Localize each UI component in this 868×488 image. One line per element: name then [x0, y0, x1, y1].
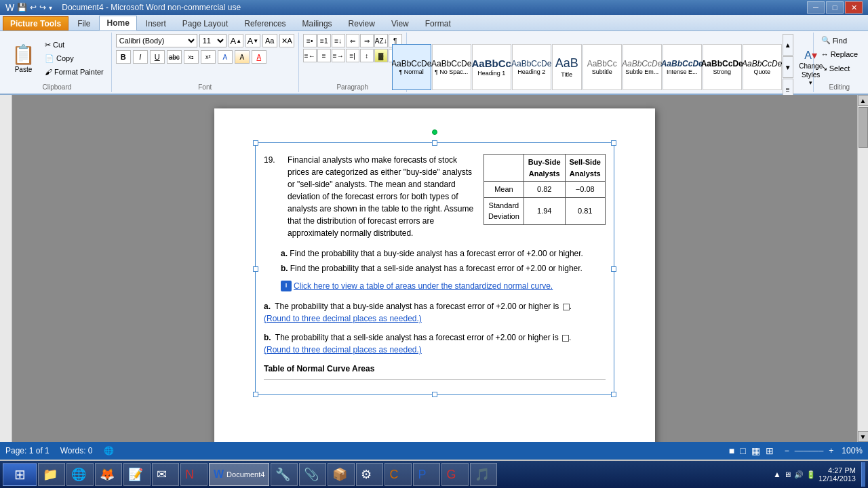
style-normal[interactable]: AaBbCcDe ¶ Normal	[392, 44, 431, 90]
decrease-indent-button[interactable]: ⇐	[346, 34, 359, 47]
line-spacing-button[interactable]: ↕	[360, 49, 374, 62]
taskbar-app5[interactable]: C	[384, 463, 412, 486]
view-web-icon[interactable]: ▦	[751, 445, 760, 456]
taskbar-mail[interactable]: ✉	[152, 463, 179, 486]
clock[interactable]: 4:27 PM 12/14/2013	[818, 466, 856, 483]
taskbar-app3[interactable]: 📦	[328, 463, 355, 486]
view-fullscreen-icon[interactable]: □	[740, 445, 745, 456]
italic-button[interactable]: I	[133, 50, 148, 64]
style-quote[interactable]: AaBbCcDe Quote	[743, 44, 782, 90]
taskbar-ie[interactable]: 🌐	[66, 463, 94, 486]
handle-tr[interactable]	[611, 140, 616, 146]
close-button[interactable]: ✕	[845, 1, 863, 14]
scroll-track[interactable]	[858, 106, 868, 431]
taskbar-explorer[interactable]: 📁	[38, 463, 65, 486]
document-scroll[interactable]: 19. Buy-SideAnalysts Sell-SideAnalysts	[12, 95, 857, 442]
select-button[interactable]: ↘ Select	[818, 62, 861, 75]
handle-bl[interactable]	[253, 392, 258, 397]
font-size-select[interactable]: 11	[199, 34, 226, 47]
taskbar-notepad[interactable]: 📝	[123, 463, 151, 486]
align-right-button[interactable]: ≡→	[332, 49, 345, 62]
align-left-button[interactable]: ≡←	[303, 49, 317, 62]
bold-button[interactable]: B	[116, 50, 131, 64]
view-outline-icon[interactable]: ⊞	[766, 445, 774, 456]
sort-button[interactable]: AZ↓	[374, 34, 388, 47]
copy-button[interactable]: 📄 Copy	[41, 52, 107, 65]
quick-undo[interactable]: ↩	[30, 3, 37, 12]
quick-save[interactable]: 💾	[17, 3, 27, 12]
underline-button[interactable]: U	[150, 50, 165, 64]
tab-view[interactable]: View	[384, 16, 416, 30]
subscript-button[interactable]: x₂	[184, 50, 199, 64]
multilevel-button[interactable]: ≡↓	[332, 34, 345, 47]
taskbar-app7[interactable]: G	[441, 463, 469, 486]
bullets-button[interactable]: ≡•	[303, 34, 317, 47]
show-desktop-button[interactable]	[861, 462, 865, 487]
taskbar-app6[interactable]: P	[413, 463, 440, 486]
font-color-button[interactable]: A	[252, 50, 267, 64]
strikethrough-button[interactable]: abc	[167, 50, 182, 64]
sys-tray-icon1[interactable]: ▲	[773, 470, 781, 479]
tab-insert[interactable]: Insert	[138, 16, 174, 30]
tab-home[interactable]: Home	[99, 16, 136, 30]
replace-button[interactable]: ↔ Replace	[818, 48, 861, 60]
rotate-handle[interactable]	[432, 129, 437, 135]
quick-redo[interactable]: ↪	[39, 3, 46, 12]
format-painter-button[interactable]: 🖌 Format Painter	[41, 66, 107, 78]
tab-picture-tools[interactable]: Picture Tools	[3, 16, 68, 30]
text-effects-button[interactable]: A	[218, 50, 233, 64]
taskbar-app1[interactable]: 🔧	[271, 463, 298, 486]
decrease-font-button[interactable]: A▼	[245, 34, 260, 47]
highlight-button[interactable]: A	[235, 50, 250, 64]
align-center-button[interactable]: ≡	[317, 49, 331, 62]
taskbar-app2[interactable]: 📎	[299, 463, 326, 486]
zoom-out-button[interactable]: −	[785, 446, 789, 455]
normal-curve-link[interactable]: Click here to view a table of areas unde…	[294, 280, 553, 292]
zoom-slider[interactable]: ──────	[795, 447, 824, 455]
style-title[interactable]: AaB Title	[552, 44, 582, 90]
styles-scroll-down[interactable]: ▼	[783, 56, 793, 78]
numbering-button[interactable]: ≡1	[317, 34, 331, 47]
tab-file[interactable]: File	[70, 16, 98, 30]
change-case-button[interactable]: Aa	[262, 34, 277, 47]
taskbar-word[interactable]: W Document4	[209, 463, 269, 486]
taskbar-app4[interactable]: ⚙	[356, 463, 383, 486]
tab-mailings[interactable]: Mailings	[295, 16, 340, 30]
tab-references[interactable]: References	[237, 16, 293, 30]
minimize-button[interactable]: ─	[807, 1, 825, 14]
zoom-in-button[interactable]: +	[829, 446, 833, 455]
handle-ml[interactable]	[253, 266, 258, 272]
scroll-thumb[interactable]	[859, 107, 868, 148]
taskbar-firefox[interactable]: 🦊	[95, 463, 122, 486]
handle-br[interactable]	[611, 392, 616, 397]
taskbar-onenote[interactable]: N	[180, 463, 208, 486]
style-heading2[interactable]: AaBbCcDe Heading 2	[512, 44, 551, 90]
increase-indent-button[interactable]: ⇒	[360, 34, 374, 47]
styles-scroll-up[interactable]: ▲	[783, 34, 793, 56]
taskbar-app8[interactable]: 🎵	[470, 463, 497, 486]
font-name-select[interactable]: Calibri (Body)	[116, 34, 197, 47]
handle-mr[interactable]	[611, 266, 616, 272]
style-subtitle[interactable]: AaBbCc Subtitle	[583, 44, 622, 90]
start-button[interactable]: ⊞	[3, 463, 37, 486]
increase-font-button[interactable]: A▲	[229, 34, 243, 47]
answer-b-checkbox[interactable]	[562, 335, 569, 342]
style-no-spacing[interactable]: AaBbCcDe ¶ No Spac...	[432, 44, 471, 90]
tab-format[interactable]: Format	[418, 16, 458, 30]
handle-tl[interactable]	[253, 140, 258, 146]
shading-button[interactable]: ▓	[374, 49, 388, 62]
style-intense-e[interactable]: AaBbCcDe Intense E...	[663, 44, 702, 90]
maximize-button[interactable]: □	[826, 1, 844, 14]
quick-dropdown[interactable]: ▾	[49, 4, 52, 12]
cut-button[interactable]: ✂ Cut	[41, 39, 107, 52]
style-heading1[interactable]: AaBbCc Heading 1	[472, 44, 511, 90]
style-subtle-em[interactable]: AaBbCcDe Subtle Em...	[623, 44, 662, 90]
view-print-icon[interactable]: ■	[729, 445, 734, 456]
clear-format-button[interactable]: ✕A	[279, 34, 294, 47]
scroll-up-button[interactable]: ▲	[858, 95, 869, 106]
scroll-down-button[interactable]: ▼	[858, 431, 869, 442]
tab-page-layout[interactable]: Page Layout	[175, 16, 235, 30]
handle-tc[interactable]	[432, 140, 437, 146]
style-strong[interactable]: AaBbCcDe Strong	[703, 44, 742, 90]
sys-volume-icon[interactable]: 🔊	[794, 470, 804, 479]
